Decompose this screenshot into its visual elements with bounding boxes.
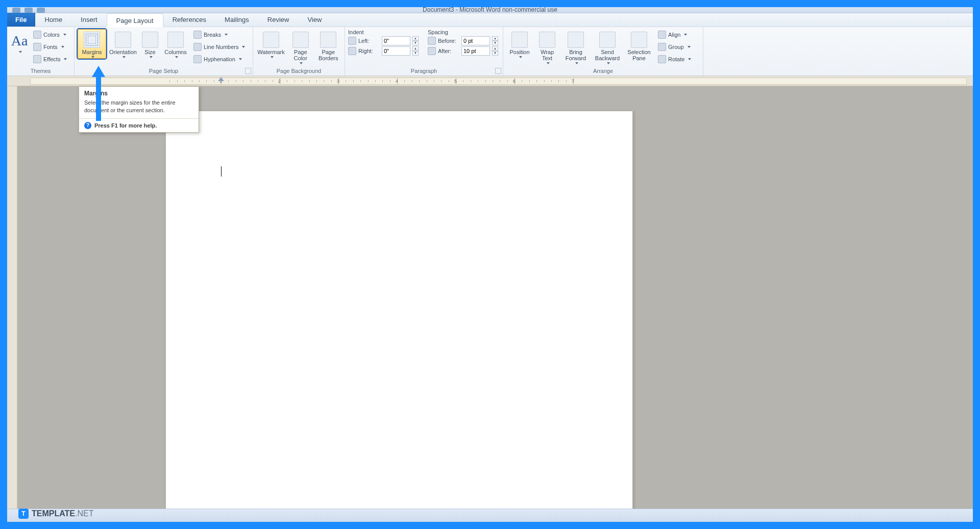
template-net-logo-icon: T — [18, 509, 29, 519]
title-bar: Document3 - Microsoft Word non-commercia… — [7, 7, 973, 13]
hyphenation-icon — [193, 55, 202, 63]
breaks-icon — [193, 31, 202, 39]
ruler-mark: 6 — [513, 79, 516, 84]
theme-colors-label: Colors — [43, 30, 60, 39]
ruler-mark: 3 — [337, 79, 339, 84]
group-themes-label: Themes — [10, 67, 71, 75]
wrap-text-icon — [539, 32, 555, 48]
horizontal-ruler[interactable]: 1234567 — [30, 78, 967, 85]
margins-button[interactable]: Margins — [78, 29, 106, 59]
indent-left-up[interactable]: ▲ — [412, 36, 419, 41]
indent-right-down[interactable]: ▼ — [412, 51, 419, 56]
send-backward-label: Send Backward — [594, 49, 621, 61]
breaks-button[interactable]: Breaks — [191, 29, 248, 40]
indent-left-down[interactable]: ▼ — [412, 41, 419, 45]
ruler-mark: 4 — [396, 79, 398, 84]
tab-view[interactable]: View — [298, 13, 331, 27]
selection-pane-label: Selection Pane — [626, 49, 652, 61]
effects-icon — [33, 55, 41, 63]
theme-fonts-label: Fonts — [43, 42, 58, 52]
position-label: Position — [509, 49, 529, 55]
theme-colors-button[interactable]: Colors — [31, 29, 69, 40]
group-arrange: Position Wrap Text Bring Forward Send Ba… — [503, 27, 703, 75]
indent-left-icon — [348, 37, 356, 45]
rotate-button[interactable]: Rotate — [655, 54, 694, 65]
paragraph-dialog-launcher[interactable] — [495, 68, 501, 74]
ruler-mark: 7 — [572, 79, 574, 84]
orientation-button[interactable]: Orientation — [108, 29, 138, 59]
position-button[interactable]: Position — [506, 29, 533, 59]
spacing-before-input[interactable] — [461, 36, 490, 45]
tab-home[interactable]: Home — [35, 13, 71, 27]
watermark-label: Watermark — [257, 49, 284, 55]
indent-right-input[interactable] — [382, 46, 410, 56]
document-workspace[interactable] — [7, 86, 973, 509]
spacing-after-input[interactable] — [461, 46, 490, 56]
margins-icon — [84, 32, 100, 48]
orientation-icon — [115, 32, 131, 48]
columns-label: Columns — [164, 49, 186, 55]
tab-insert[interactable]: Insert — [71, 13, 107, 27]
qat-redo-icon[interactable] — [37, 8, 45, 13]
selection-pane-button[interactable]: Selection Pane — [625, 29, 653, 62]
tooltip-body: Select the margin sizes for the entire d… — [79, 99, 199, 118]
vertical-ruler[interactable] — [7, 86, 17, 509]
spacing-after-down[interactable]: ▼ — [492, 51, 498, 56]
align-button[interactable]: Align — [655, 29, 694, 40]
group-paragraph-label: Paragraph — [348, 67, 500, 75]
spacing-after-up[interactable]: ▲ — [492, 46, 498, 51]
send-backward-button[interactable]: Send Backward — [592, 29, 623, 65]
hyphenation-button[interactable]: Hyphenation — [191, 54, 248, 65]
tab-file[interactable]: File — [7, 13, 35, 27]
ruler-indent-marker-icon[interactable] — [218, 77, 224, 81]
fonts-icon — [33, 43, 41, 51]
wrap-text-button[interactable]: Wrap Text — [535, 29, 559, 65]
bring-forward-button[interactable]: Bring Forward — [561, 29, 590, 65]
group-objects-label: Group — [668, 42, 684, 52]
page-color-button[interactable]: Page Color — [288, 29, 313, 65]
size-button[interactable]: Size — [140, 29, 160, 59]
tab-page-layout[interactable]: Page Layout — [107, 13, 163, 27]
send-backward-icon — [599, 32, 616, 48]
indent-left-label: Left: — [358, 38, 380, 44]
tooltip-help-text: Press F1 for more help. — [94, 122, 157, 129]
theme-effects-button[interactable]: Effects — [31, 54, 69, 65]
watermark-button[interactable]: Watermark — [256, 29, 286, 59]
page-color-icon — [292, 32, 309, 48]
watermark-icon — [263, 32, 279, 48]
page-color-label: Page Color — [289, 49, 312, 61]
indent-right-up[interactable]: ▲ — [412, 46, 419, 51]
tab-references[interactable]: References — [163, 13, 215, 27]
tooltip-title: Margins — [79, 87, 199, 99]
group-page-background: Watermark Page Color Page Borders Page B… — [253, 27, 345, 75]
group-arrange-label: Arrange — [506, 67, 700, 75]
hyphenation-label: Hyphenation — [204, 55, 235, 64]
theme-fonts-button[interactable]: Fonts — [31, 41, 69, 53]
tab-review[interactable]: Review — [258, 13, 299, 27]
indent-left-input[interactable] — [382, 36, 410, 45]
group-objects-button[interactable]: Group — [655, 41, 694, 53]
spacing-after-icon — [428, 47, 436, 55]
selection-pane-icon — [631, 32, 647, 48]
qat-undo-icon[interactable] — [24, 8, 33, 13]
line-numbers-button[interactable]: Line Numbers — [191, 41, 248, 53]
line-numbers-icon — [193, 43, 202, 51]
margins-tooltip: Margins Select the margin sizes for the … — [79, 86, 199, 133]
tab-mailings[interactable]: Mailings — [215, 13, 258, 27]
indent-right-label: Right: — [358, 48, 380, 54]
spacing-before-up[interactable]: ▲ — [492, 36, 498, 41]
themes-icon: Aa — [8, 32, 31, 50]
spacing-before-down[interactable]: ▼ — [492, 41, 498, 45]
page-setup-dialog-launcher[interactable] — [245, 68, 251, 74]
columns-button[interactable]: Columns — [162, 29, 189, 59]
ruler-mark: 5 — [454, 79, 457, 84]
page-borders-button[interactable]: Page Borders — [315, 29, 341, 62]
qat-save-icon[interactable] — [12, 8, 20, 13]
document-page[interactable] — [165, 111, 633, 509]
branding-light: .NET — [75, 509, 93, 518]
spacing-heading: Spacing — [428, 29, 498, 35]
horizontal-ruler-area: 1234567 — [7, 76, 973, 86]
themes-button[interactable]: Aa — [10, 29, 29, 54]
align-icon — [658, 31, 666, 39]
orientation-label: Orientation — [109, 49, 137, 55]
